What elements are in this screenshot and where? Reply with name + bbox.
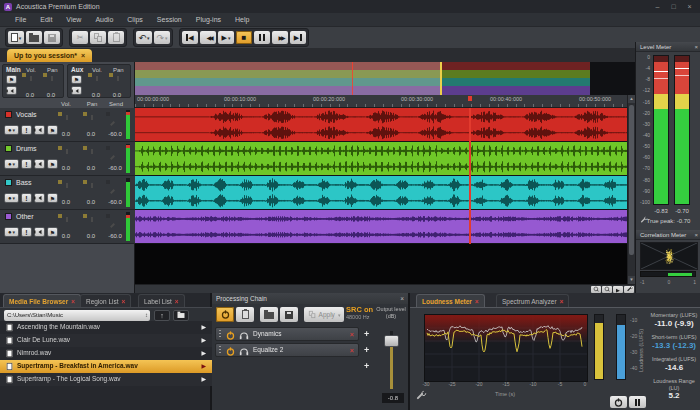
maximize-button[interactable]: □ bbox=[667, 2, 680, 11]
open-file-button[interactable] bbox=[26, 31, 42, 44]
chain-power-button[interactable] bbox=[216, 307, 234, 322]
mute-button[interactable] bbox=[34, 227, 45, 237]
wrench-icon[interactable] bbox=[416, 392, 425, 401]
close-icon[interactable]: × bbox=[71, 298, 75, 305]
vertical-scrollbar[interactable]: ▲ ▼ bbox=[627, 95, 635, 284]
cut-button[interactable]: ✂ bbox=[72, 31, 88, 44]
playhead-marker[interactable] bbox=[468, 96, 472, 101]
scroll-right-button[interactable]: ▶ bbox=[613, 286, 623, 293]
clip-other[interactable] bbox=[135, 210, 628, 244]
close-icon[interactable]: × bbox=[400, 293, 404, 304]
scrollbar-thumb[interactable] bbox=[629, 105, 634, 255]
menu-file[interactable]: File bbox=[8, 16, 33, 23]
preview-play-icon[interactable]: ▶ bbox=[201, 324, 206, 330]
preview-play-icon[interactable]: ▶ bbox=[201, 363, 206, 369]
drag-handle-icon[interactable] bbox=[219, 346, 221, 355]
close-icon[interactable]: × bbox=[175, 298, 179, 305]
session-tab[interactable]: Up to you session* × bbox=[7, 49, 92, 62]
aux-flag-button[interactable]: ⚑ bbox=[71, 75, 82, 84]
remove-effect-icon[interactable]: × bbox=[350, 347, 354, 354]
fast-forward-button[interactable]: ▶▶ bbox=[272, 31, 288, 44]
track-color-swatch[interactable] bbox=[5, 179, 12, 186]
tab-label-list[interactable]: Label List× bbox=[138, 294, 185, 307]
scroll-down-icon[interactable]: ▼ bbox=[628, 276, 635, 284]
menu-edit[interactable]: Edit bbox=[33, 16, 59, 23]
chain-save-button[interactable] bbox=[280, 307, 298, 322]
redo-button[interactable]: ↷▾ bbox=[154, 31, 170, 44]
pause-button[interactable] bbox=[629, 396, 646, 408]
apply-button[interactable]: Apply▾ bbox=[304, 307, 344, 322]
pause-button[interactable] bbox=[254, 31, 270, 44]
mute-button[interactable] bbox=[34, 125, 45, 135]
overview-visible-range[interactable] bbox=[135, 62, 441, 95]
stop-button[interactable]: ■ bbox=[236, 31, 252, 44]
clip-vocals[interactable] bbox=[135, 108, 628, 142]
record-arm-button[interactable]: ●▾ bbox=[4, 227, 19, 237]
tab-spectrum-analyzer[interactable]: Spectrum Analyzer× bbox=[496, 294, 569, 307]
tab-region-list[interactable]: Region List× bbox=[80, 294, 131, 307]
track-row-vocals[interactable]: Vocals ●▾ ! ⚑ 0.0 0.0 -60.0 bbox=[0, 108, 135, 142]
track-color-swatch[interactable] bbox=[5, 111, 12, 118]
menu-view[interactable]: View bbox=[59, 16, 88, 23]
track-row-drums[interactable]: Drums ●▾ ! ⚑ 0.0 0.0 -60.0 bbox=[0, 142, 135, 176]
track-row-bass[interactable]: Bass ●▾ ! ⚑ 0.0 0.0 -60.0 bbox=[0, 176, 135, 210]
close-icon[interactable]: × bbox=[560, 298, 564, 305]
paste-button[interactable] bbox=[108, 31, 124, 44]
new-file-button[interactable]: ▾ bbox=[8, 31, 24, 44]
menu-help[interactable]: Help bbox=[228, 16, 256, 23]
track-row-other[interactable]: Other ●▾ ! ⚑ 0.0 0.0 -60.0 bbox=[0, 210, 135, 244]
tab-media-file-browser[interactable]: Media File Browser× bbox=[3, 294, 81, 307]
file-row[interactable]: Ascending the Mountain.wav ▶ bbox=[0, 321, 212, 334]
play-button[interactable]: ▶▾ bbox=[218, 31, 234, 44]
file-row[interactable]: Supertramp - The Logical Song.wav ▶ bbox=[0, 373, 212, 386]
save-button[interactable] bbox=[44, 31, 60, 44]
overview-range-edge[interactable] bbox=[440, 62, 442, 95]
preview-play-icon[interactable]: ▶ bbox=[201, 350, 206, 356]
rewind-button[interactable]: ◀◀ bbox=[200, 31, 216, 44]
solo-button[interactable]: ! bbox=[21, 125, 32, 135]
headphones-icon[interactable] bbox=[239, 347, 249, 356]
power-icon[interactable] bbox=[226, 331, 235, 340]
record-arm-button[interactable]: ●▾ bbox=[4, 159, 19, 169]
effect-row-dynamics[interactable]: Dynamics × bbox=[215, 327, 359, 341]
close-icon[interactable]: × bbox=[475, 298, 479, 305]
settings-button[interactable] bbox=[624, 286, 634, 293]
go-to-end-button[interactable]: ▶ bbox=[290, 31, 306, 44]
preview-play-icon[interactable]: ▶ bbox=[201, 337, 206, 343]
minimize-button[interactable]: – bbox=[651, 2, 664, 11]
remove-effect-icon[interactable]: × bbox=[350, 331, 354, 338]
tab-loudness-meter[interactable]: Loudness Meter× bbox=[416, 294, 485, 307]
solo-button[interactable]: ! bbox=[21, 227, 32, 237]
clip-bass[interactable] bbox=[135, 176, 628, 210]
file-row[interactable]: Clair De Lune.wav ▶ bbox=[0, 334, 212, 347]
aux-mute-button[interactable] bbox=[71, 86, 82, 95]
mute-button[interactable] bbox=[34, 193, 45, 203]
file-row-selected[interactable]: Supertramp - Breakfast in America.wav ▶ bbox=[0, 360, 212, 373]
reset-button[interactable] bbox=[610, 396, 627, 408]
timeline-ruler[interactable]: 00:00:00:000 00:00:10:000 00:00:20:000 0… bbox=[135, 95, 635, 108]
close-icon[interactable]: × bbox=[122, 298, 126, 305]
menu-clips[interactable]: Clips bbox=[120, 16, 150, 23]
menu-audio[interactable]: Audio bbox=[88, 16, 120, 23]
add-effect-button[interactable]: + bbox=[364, 330, 369, 339]
file-row[interactable]: Nimrod.wav ▶ bbox=[0, 347, 212, 360]
close-icon[interactable]: × bbox=[694, 42, 698, 52]
copy-button[interactable] bbox=[90, 31, 106, 44]
effect-row-equalize[interactable]: Equalize 2 × bbox=[215, 343, 359, 357]
browse-folder-button[interactable] bbox=[173, 310, 189, 321]
record-arm-button[interactable]: ●▾ bbox=[4, 193, 19, 203]
close-button[interactable]: × bbox=[683, 2, 696, 11]
folder-up-button[interactable]: ↑ bbox=[154, 310, 170, 321]
close-icon[interactable]: × bbox=[694, 230, 698, 240]
zoom-out-button[interactable] bbox=[602, 286, 612, 293]
main-flag-button[interactable]: ⚑ bbox=[6, 75, 17, 84]
chain-clipboard-button[interactable] bbox=[236, 307, 254, 322]
add-effect-button[interactable]: + bbox=[364, 362, 369, 371]
track-color-swatch[interactable] bbox=[5, 213, 12, 220]
mute-button[interactable] bbox=[34, 159, 45, 169]
close-icon[interactable]: × bbox=[81, 52, 85, 59]
go-to-start-button[interactable]: ◀ bbox=[182, 31, 198, 44]
solo-button[interactable]: ! bbox=[21, 193, 32, 203]
preview-play-icon[interactable]: ▶ bbox=[201, 376, 206, 382]
output-slider-thumb[interactable] bbox=[384, 335, 399, 347]
